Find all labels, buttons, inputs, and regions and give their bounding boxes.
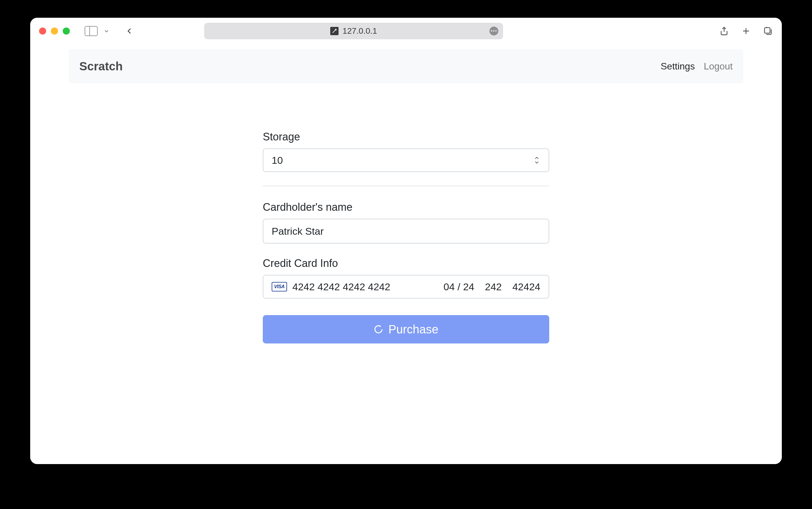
traffic-lights (39, 28, 70, 35)
card-brand-icon: VISA (272, 282, 287, 292)
cc-field: Credit Card Info VISA 4242 4242 4242 424… (263, 257, 549, 299)
cc-number[interactable]: 4242 4242 4242 4242 (292, 281, 438, 293)
url-text: 127.0.0.1 (343, 26, 377, 36)
purchase-form: Storage 10 Cardholder's name Credit Card… (263, 131, 549, 343)
tab-group-dropdown-icon[interactable] (103, 28, 110, 34)
new-tab-icon[interactable] (741, 26, 751, 36)
cc-label: Credit Card Info (263, 257, 549, 270)
nav-right: Settings Logout (661, 61, 733, 72)
page-actions-icon[interactable]: ••• (490, 27, 498, 35)
sidebar-toggle-icon[interactable] (85, 26, 98, 36)
purchase-button-label: Purchase (388, 323, 439, 336)
cc-expiry[interactable]: 04 / 24 (444, 281, 474, 293)
cc-right: 04 / 24 242 42424 (444, 281, 540, 293)
svg-rect-0 (764, 28, 770, 33)
divider (263, 185, 549, 186)
chrome-right (719, 26, 773, 36)
cardholder-label: Cardholder's name (263, 201, 549, 213)
cardholder-input[interactable] (263, 219, 549, 244)
nav-link-logout[interactable]: Logout (704, 61, 733, 72)
storage-value: 10 (272, 155, 283, 166)
storage-label: Storage (263, 131, 549, 143)
tabs-overview-icon[interactable] (763, 26, 773, 36)
nav-link-settings[interactable]: Settings (661, 61, 695, 72)
cc-zip[interactable]: 42424 (512, 281, 540, 293)
site-settings-icon[interactable] (330, 27, 339, 35)
cc-cvc[interactable]: 242 (485, 281, 502, 293)
cardholder-field: Cardholder's name (263, 201, 549, 244)
browser-window: 127.0.0.1 ••• Scratch Settings Logout (30, 18, 782, 464)
page-body: Scratch Settings Logout Storage 10 C (30, 44, 782, 464)
app-navbar: Scratch Settings Logout (69, 49, 743, 83)
cc-input-row[interactable]: VISA 4242 4242 4242 4242 04 / 24 242 424… (263, 275, 549, 299)
spinner-icon (374, 325, 383, 334)
purchase-button[interactable]: Purchase (263, 315, 549, 343)
brand-title[interactable]: Scratch (79, 60, 123, 73)
back-button[interactable] (126, 28, 133, 35)
address-bar[interactable]: 127.0.0.1 ••• (204, 23, 503, 39)
window-zoom-button[interactable] (63, 28, 70, 35)
storage-select[interactable]: 10 (263, 148, 549, 172)
browser-chrome: 127.0.0.1 ••• (30, 18, 782, 44)
window-minimize-button[interactable] (51, 28, 58, 35)
select-stepper-icon (534, 156, 540, 165)
share-icon[interactable] (719, 26, 729, 36)
storage-field: Storage 10 (263, 131, 549, 172)
window-close-button[interactable] (39, 28, 46, 35)
